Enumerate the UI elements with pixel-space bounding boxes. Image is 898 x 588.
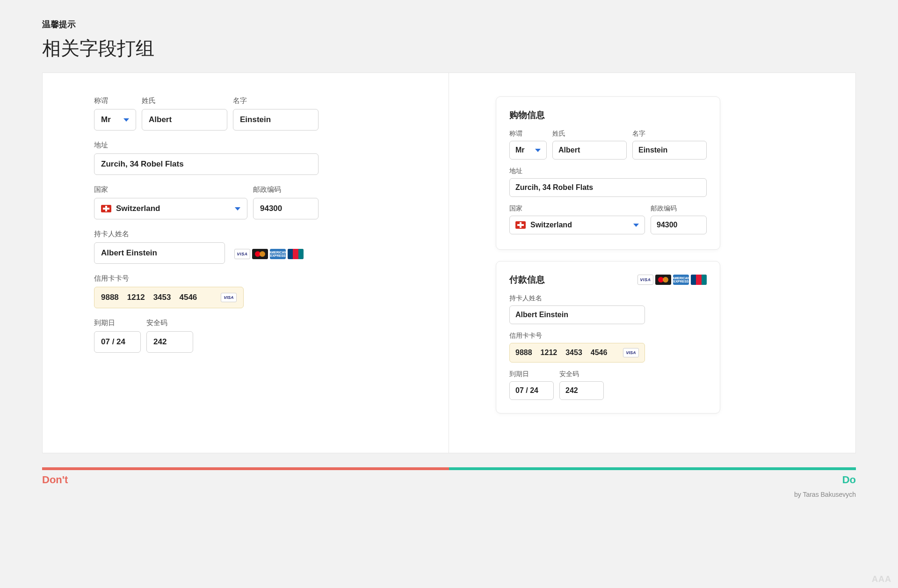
chevron-down-icon — [235, 207, 240, 211]
country-value: Switzerland — [116, 204, 160, 213]
label-expiry: 到期日 — [509, 370, 554, 378]
address-input[interactable]: Zurcih, 34 Robel Flats — [509, 178, 707, 197]
cvv-input[interactable]: 242 — [559, 381, 604, 400]
zip-value: 94300 — [260, 204, 282, 213]
label-dont: Don't — [42, 474, 68, 486]
bottom-bars — [42, 467, 856, 470]
card-group-3: 3453 — [153, 293, 171, 302]
card-group-1: 9888 — [515, 348, 532, 357]
lastname-value: Albert — [149, 115, 172, 124]
amex-icon: AMERICAN EXPRESS — [270, 249, 286, 259]
cvv-input[interactable]: 242 — [146, 331, 193, 353]
firstname-input[interactable]: Einstein — [632, 141, 707, 160]
address-value: Zurcih, 34 Robel Flats — [101, 160, 184, 169]
cvv-value: 242 — [153, 337, 167, 347]
cvv-value: 242 — [565, 386, 578, 395]
country-value: Switzerland — [530, 221, 572, 229]
salutation-value: Mr — [101, 115, 111, 124]
panel-dont: 称谓 Mr 姓氏 Albert 名字 — [43, 73, 449, 453]
label-lastname: 姓氏 — [142, 96, 227, 105]
chevron-down-icon — [535, 149, 541, 152]
card-group-3: 3453 — [565, 348, 582, 357]
label-title: 称谓 — [94, 96, 136, 105]
expiry-input[interactable]: 07 / 24 — [94, 331, 141, 353]
bar-do — [449, 467, 856, 470]
label-cvv: 安全码 — [146, 319, 193, 327]
watermark: AAA — [872, 574, 891, 584]
label-title: 称谓 — [509, 130, 547, 138]
lastname-input[interactable]: Albert — [552, 141, 627, 160]
page-kicker: 温馨提示 — [42, 19, 856, 30]
visa-icon: VISA — [623, 348, 639, 357]
country-select[interactable]: Switzerland — [94, 198, 247, 219]
card-group-4: 4546 — [179, 293, 197, 302]
label-zip: 邮政编码 — [651, 204, 707, 213]
label-zip: 邮政编码 — [253, 185, 319, 194]
label-expiry: 到期日 — [94, 319, 141, 327]
flag-switzerland-icon — [101, 205, 111, 212]
card-group-4: 4546 — [591, 348, 608, 357]
card-brand-row: VISA AMERICAN EXPRESS — [637, 275, 707, 285]
section-title-payment: 付款信息 — [509, 274, 545, 286]
card-group-2: 1212 — [127, 293, 145, 302]
card-group-2: 1212 — [541, 348, 558, 357]
label-lastname: 姓氏 — [552, 130, 627, 138]
address-input[interactable]: Zurcih, 34 Robel Flats — [94, 153, 319, 175]
label-cvv: 安全码 — [559, 370, 604, 378]
cardholder-input[interactable]: Albert Einstein — [94, 242, 225, 264]
amex-icon: AMERICAN EXPRESS — [673, 275, 689, 285]
cardholder-value: Albert Einstein — [101, 248, 157, 258]
payment-info-card: 付款信息 VISA AMERICAN EXPRESS 持卡人姓名 Albert … — [496, 261, 720, 414]
salutation-value: Mr — [515, 146, 525, 154]
address-value: Zurcih, 34 Robel Flats — [515, 183, 593, 192]
label-country: 国家 — [94, 185, 247, 194]
chevron-down-icon — [123, 118, 129, 122]
credit-text: by Taras Bakusevych — [0, 491, 856, 498]
cardholder-input[interactable]: Albert Einstein — [509, 305, 645, 324]
label-do: Do — [842, 474, 856, 486]
salutation-select[interactable]: Mr — [509, 141, 547, 160]
bar-dont — [42, 467, 449, 470]
firstname-value: Einstein — [638, 146, 667, 154]
label-cardnumber: 信用卡卡号 — [509, 332, 645, 340]
salutation-select[interactable]: Mr — [94, 109, 136, 131]
label-cardholder: 持卡人姓名 — [509, 294, 645, 303]
label-address: 地址 — [509, 167, 707, 175]
zip-input[interactable]: 94300 — [651, 216, 707, 234]
label-country: 国家 — [509, 204, 645, 213]
unionpay-icon — [691, 275, 707, 285]
cardholder-value: Albert Einstein — [515, 311, 568, 319]
cardnumber-input[interactable]: 9888 1212 3453 4546 VISA — [94, 287, 244, 308]
visa-icon: VISA — [221, 293, 237, 302]
flag-switzerland-icon — [515, 221, 526, 229]
page-title: 相关字段打组 — [42, 36, 856, 61]
chevron-down-icon — [633, 224, 639, 227]
zip-input[interactable]: 94300 — [253, 198, 319, 219]
visa-icon: VISA — [234, 249, 250, 259]
panel-do: 购物信息 称谓 Mr 姓氏 Albert — [449, 73, 855, 453]
country-select[interactable]: Switzerland — [509, 216, 645, 234]
label-firstname: 名字 — [233, 96, 319, 105]
expiry-value: 07 / 24 — [101, 337, 125, 347]
lastname-value: Albert — [558, 146, 580, 154]
zip-value: 94300 — [657, 221, 678, 229]
visa-icon: VISA — [637, 275, 653, 285]
mastercard-icon — [655, 275, 671, 285]
unionpay-icon — [288, 249, 304, 259]
label-firstname: 名字 — [632, 130, 707, 138]
card-group-1: 9888 — [101, 293, 119, 302]
card-brand-row: VISA AMERICAN EXPRESS — [234, 249, 304, 259]
lastname-input[interactable]: Albert — [142, 109, 227, 131]
shopping-info-card: 购物信息 称谓 Mr 姓氏 Albert — [496, 96, 720, 250]
section-title-shopping: 购物信息 — [509, 109, 707, 121]
cardnumber-input[interactable]: 9888 1212 3453 4546 VISA — [509, 343, 645, 363]
expiry-value: 07 / 24 — [515, 386, 538, 395]
label-cardholder: 持卡人姓名 — [94, 230, 225, 239]
comparison-container: 称谓 Mr 姓氏 Albert 名字 — [42, 73, 856, 453]
mastercard-icon — [252, 249, 268, 259]
firstname-value: Einstein — [240, 115, 271, 124]
label-address: 地址 — [94, 141, 319, 150]
firstname-input[interactable]: Einstein — [233, 109, 319, 131]
label-cardnumber: 信用卡卡号 — [94, 274, 244, 283]
expiry-input[interactable]: 07 / 24 — [509, 381, 554, 400]
